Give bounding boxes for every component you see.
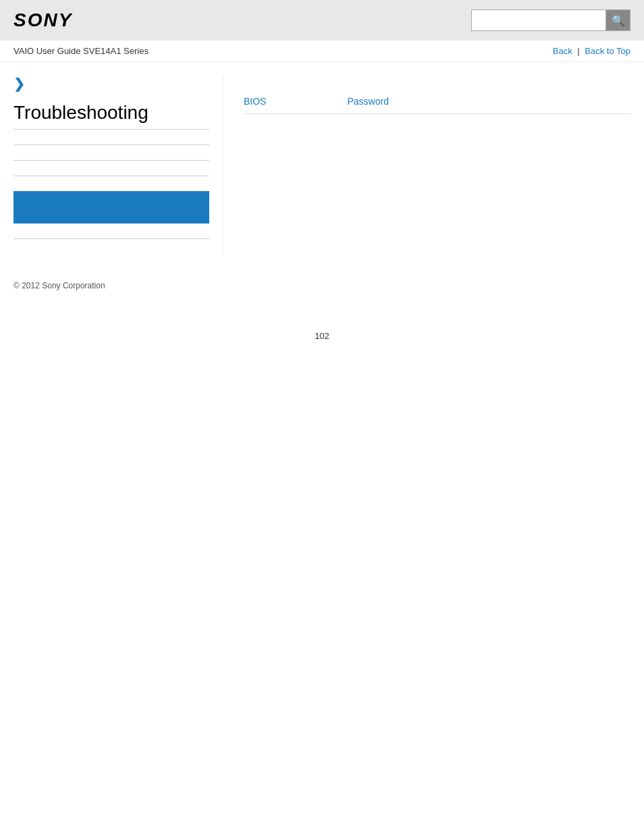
nav-bar: VAIO User Guide SVE14A1 Series Back | Ba… [0,41,644,62]
highlighted-button[interactable] [14,191,209,224]
guide-title: VAIO User Guide SVE14A1 Series [14,46,149,56]
search-icon: 🔍 [612,14,625,27]
sony-logo: SONY [14,9,72,31]
footer: © 2012 Sony Corporation [0,267,644,304]
main-content: ❯ Troubleshooting BIOS Password [0,62,644,267]
search-input[interactable] [471,9,606,31]
copyright-text: © 2012 Sony Corporation [14,281,105,290]
sidebar-divider-3 [14,176,209,176]
page-number: 102 [0,331,644,355]
password-link[interactable]: Password [347,96,388,107]
back-to-top-link[interactable]: Back to Top [585,46,630,56]
breadcrumb-arrow: ❯ [14,76,209,92]
sidebar: ❯ Troubleshooting [14,76,223,254]
header: SONY 🔍 [0,0,644,41]
nav-links: Back | Back to Top [553,46,630,56]
search-button[interactable]: 🔍 [606,9,630,31]
nav-separator: | [577,46,579,56]
sidebar-divider-1 [14,145,209,145]
sidebar-divider-2 [14,160,209,161]
content-area: BIOS Password [223,76,630,254]
sidebar-divider-4 [14,238,209,239]
bios-link[interactable]: BIOS [244,96,266,107]
search-area: 🔍 [471,9,630,31]
section-title: Troubleshooting [14,102,209,130]
back-link[interactable]: Back [553,46,572,56]
content-links-row: BIOS Password [244,96,630,114]
